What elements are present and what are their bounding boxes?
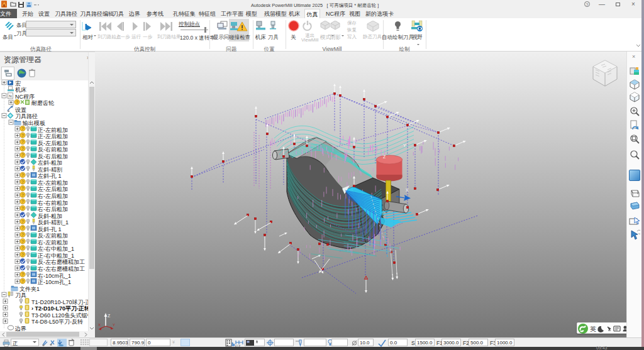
svg-text:?: ?: [21, 272, 24, 276]
svg-text:Y: Y: [403, 143, 406, 148]
svg-text:?: ?: [21, 199, 24, 204]
svg-text:?: ?: [21, 253, 24, 257]
svg-text:?: ?: [21, 133, 24, 138]
svg-text:?: ?: [21, 180, 24, 184]
svg-text:N: N: [9, 94, 11, 98]
svg-text:?: ?: [21, 146, 24, 151]
svg-text:英: 英: [590, 325, 596, 332]
svg-text:Y: Y: [113, 323, 115, 327]
svg-text:?: ?: [21, 186, 24, 190]
svg-text:?: ?: [21, 279, 24, 283]
svg-text:X: X: [406, 188, 409, 192]
svg-text:?: ?: [21, 173, 24, 177]
svg-text:?: ?: [21, 226, 24, 230]
svg-text:Z: Z: [383, 155, 386, 159]
svg-text:?: ?: [21, 232, 24, 237]
svg-text:Z: Z: [108, 314, 111, 318]
svg-text:?: ?: [21, 153, 24, 157]
svg-text:?: ?: [21, 139, 24, 144]
svg-text:?: ?: [21, 126, 24, 131]
svg-text:?: ?: [21, 193, 24, 197]
svg-text:?: ?: [16, 100, 18, 104]
svg-text:X: X: [98, 323, 101, 327]
svg-text:?: ?: [21, 239, 24, 244]
svg-text:?: ?: [21, 206, 24, 211]
svg-text:?: ?: [21, 219, 24, 224]
svg-text:?: ?: [21, 246, 24, 250]
